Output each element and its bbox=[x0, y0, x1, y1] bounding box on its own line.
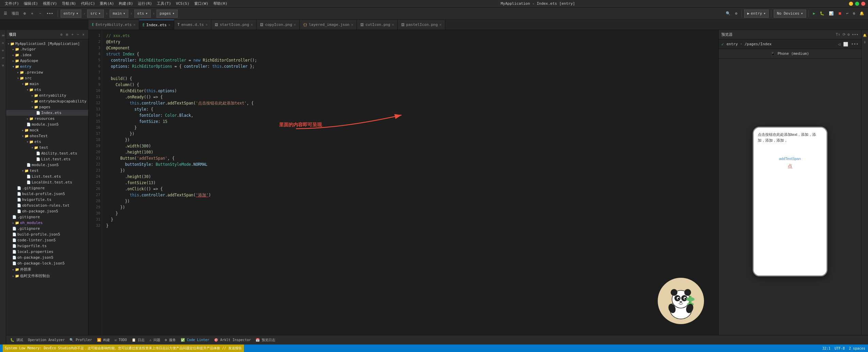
tree-root[interactable]: ▾ 📁 MyApplication3 [MyApplication] bbox=[6, 41, 88, 46]
tab-cuticon[interactable]: 🖼 cutIcon.png × bbox=[357, 20, 398, 30]
tab-copyicon-close[interactable]: × bbox=[294, 23, 296, 27]
tree-module-json2[interactable]: 📄 module.json5 bbox=[6, 162, 88, 168]
menu-vcs[interactable]: VCS(S) bbox=[174, 1, 192, 6]
tree-hvigorfile[interactable]: 📄 hvigorfile.ts bbox=[6, 197, 88, 203]
minimize-button[interactable] bbox=[849, 2, 853, 6]
sidebar-info[interactable]: ℹ bbox=[862, 39, 868, 45]
run-button[interactable]: ▶ bbox=[811, 11, 817, 16]
tree-ohostest[interactable]: ▾ 📁 ohosTest bbox=[6, 133, 88, 139]
preview-nav-back[interactable]: ◁ bbox=[838, 42, 840, 47]
toolbar-more2[interactable]: ⚙ bbox=[851, 11, 857, 16]
code-editor[interactable]: 12345 678910 1112131415 1617181920 21222… bbox=[88, 30, 718, 345]
toolbar-project-btn[interactable]: ☰ bbox=[2, 11, 9, 16]
menu-nav[interactable]: 导航(N) bbox=[60, 0, 78, 7]
main-dropdown[interactable]: main▾ bbox=[110, 10, 128, 18]
tree-root-oh-lock[interactable]: 📄 oh-package-lock.json5 bbox=[6, 260, 88, 266]
tree-local-props[interactable]: 📄 local.properties bbox=[6, 249, 88, 255]
bookmark-1[interactable]: B bbox=[0, 33, 6, 38]
tree-action-minus[interactable]: − bbox=[76, 32, 80, 37]
toolbar-search-icon[interactable]: 🔍 bbox=[724, 11, 732, 16]
menu-help[interactable]: 帮助(H) bbox=[211, 0, 230, 7]
tree-mock[interactable]: ▸ 📁 mock bbox=[6, 127, 88, 133]
tree-ets2[interactable]: ▾ 📁 ets bbox=[6, 139, 88, 145]
preview-btn2[interactable]: ⟳ bbox=[842, 32, 846, 37]
problems-btn[interactable]: ⚠ 问题 bbox=[147, 337, 162, 343]
tree-entry[interactable]: ▾ 📁 entry bbox=[6, 64, 88, 69]
debug-button[interactable]: 🐛 bbox=[818, 11, 826, 16]
entry-run-dropdown[interactable]: ▶entry▾ bbox=[744, 10, 769, 18]
tab-pastelicon[interactable]: 🖼 pastelIcon.png × bbox=[398, 20, 445, 30]
preview-nav-more[interactable]: ••• bbox=[851, 42, 858, 47]
tree-obfuscation[interactable]: 📄 obfuscation-rules.txt bbox=[6, 203, 88, 208]
tree-resources[interactable]: ▸ 📁 resources bbox=[6, 116, 88, 122]
tree-temp-files[interactable]: ▸ 📁 临时文件和控制台 bbox=[6, 273, 88, 279]
tab-starticon-close[interactable]: × bbox=[251, 23, 253, 27]
bookmark-5[interactable]: m bbox=[0, 63, 6, 68]
log-btn[interactable]: 📋 日志 bbox=[130, 337, 147, 343]
tree-root-gitignore[interactable]: 📄 .gitignore bbox=[6, 214, 88, 220]
tab-layered-close[interactable]: × bbox=[351, 23, 353, 27]
menu-tools[interactable]: 工具(T) bbox=[155, 0, 173, 7]
tab-index-close[interactable]: × bbox=[168, 23, 170, 27]
operation-analyzer-btn[interactable]: Operation Analyzer bbox=[26, 337, 67, 342]
menu-run[interactable]: 运行(R) bbox=[136, 0, 154, 7]
preview-btn4[interactable]: ••• bbox=[852, 32, 858, 37]
tree-listtest[interactable]: 📄 List.test.ets bbox=[6, 174, 88, 179]
tree-ability-test[interactable]: 📄 Ability.test.ets bbox=[6, 150, 88, 156]
build-btn[interactable]: 🔼 构建 bbox=[95, 337, 112, 343]
ets-dropdown[interactable]: ets▾ bbox=[134, 10, 151, 18]
tree-index-ets[interactable]: 📄 Index.ets bbox=[6, 110, 88, 116]
tree-root-gitignore2[interactable]: 📄 .gitignore bbox=[6, 226, 88, 231]
debug-tool-btn[interactable]: 🐛 调试 bbox=[8, 337, 25, 343]
bookmark-4[interactable]: k bbox=[0, 55, 6, 61]
tree-test-folder[interactable]: ▾ 📁 test bbox=[6, 145, 88, 150]
tree-appscope[interactable]: ▸ 📁 AppScope bbox=[6, 58, 88, 64]
tree-test[interactable]: ▾ 📁 test bbox=[6, 168, 88, 174]
stop-button[interactable]: ⏹ bbox=[836, 11, 844, 16]
tree-oh-package[interactable]: 📄 oh-package.json5 bbox=[6, 208, 88, 214]
profiler-btn[interactable]: 🔍 Profiler bbox=[67, 337, 94, 342]
bookmark-2[interactable]: o bbox=[0, 40, 6, 46]
menu-file[interactable]: 文件(F) bbox=[3, 0, 21, 7]
tree-oh-modules[interactable]: ▸ 📁 oh_modules bbox=[6, 220, 88, 226]
entry-dropdown[interactable]: entry▾ bbox=[61, 10, 82, 18]
menu-code[interactable]: 代码(C) bbox=[79, 0, 97, 7]
code-content[interactable]: // xxx.ets @Entry @Component struct Inde… bbox=[102, 30, 718, 345]
tree-external-libs[interactable]: ▸ 📁 外部库 bbox=[6, 266, 88, 273]
tree-gitignore[interactable]: 📄 .gitignore bbox=[6, 185, 88, 191]
tab-cuticon-close[interactable]: × bbox=[392, 23, 394, 27]
preview-log-btn[interactable]: 📅 预览日志 bbox=[253, 337, 277, 343]
tree-action-settings[interactable]: ⚙ bbox=[60, 32, 64, 37]
tree-root-oh-pkg[interactable]: 📄 oh-package.json5 bbox=[6, 255, 88, 260]
tree-list-test[interactable]: 📄 List.test.ets bbox=[6, 156, 88, 162]
tree-main[interactable]: ▾ 📁 main bbox=[6, 81, 88, 87]
tree-idea[interactable]: ▸ 📁 .idea bbox=[6, 52, 88, 58]
pages-dropdown[interactable]: pages▾ bbox=[157, 10, 178, 18]
maximize-button[interactable] bbox=[855, 2, 859, 6]
tree-entrybackup[interactable]: ▸ 📁 entrybackupcapability bbox=[6, 98, 88, 104]
toolbar-more1[interactable]: ↩ bbox=[845, 11, 850, 16]
bookmark-3[interactable]: o bbox=[0, 48, 6, 53]
menu-edit[interactable]: 编辑(E) bbox=[22, 0, 40, 7]
preview-btn3[interactable]: ⚙ bbox=[848, 32, 850, 37]
tree-build-profile[interactable]: 📄 build-profile.json5 bbox=[6, 191, 88, 197]
services-btn[interactable]: ⚙ 服务 bbox=[163, 337, 178, 343]
tab-layered[interactable]: {} layered_image.json × bbox=[300, 20, 357, 30]
tree-ets[interactable]: ▾ 📁 ets bbox=[6, 87, 88, 93]
tab-starticon[interactable]: 🖼 startIcon.png × bbox=[211, 20, 257, 30]
menu-refactor[interactable]: 重构(A) bbox=[98, 0, 116, 7]
tree-localunit[interactable]: 📄 LocalUnit.test.ets bbox=[6, 179, 88, 185]
tree-module-json[interactable]: 📄 module.json5 bbox=[6, 122, 88, 127]
menu-window[interactable]: 窗口(W) bbox=[192, 0, 211, 7]
tab-enums-close[interactable]: × bbox=[206, 23, 208, 27]
toolbar-plus-icon[interactable]: ＋ bbox=[29, 10, 36, 17]
tree-hvigor[interactable]: ▸ 📁 .hvigor bbox=[6, 46, 88, 52]
tree-pages[interactable]: ▾ 📁 pages bbox=[6, 104, 88, 110]
tree-action-close[interactable]: × bbox=[81, 32, 85, 37]
tree-root-build[interactable]: 📄 build-profile.json5 bbox=[6, 231, 88, 237]
tab-index[interactable]: E Index.ets × bbox=[139, 20, 174, 30]
sidebar-notifications[interactable]: 🔔 bbox=[862, 33, 868, 38]
no-devices-dropdown[interactable]: No Devices▾ bbox=[774, 10, 806, 18]
toolbar-dots-icon[interactable]: ••• bbox=[45, 11, 55, 16]
tab-pastelicon-close[interactable]: × bbox=[440, 23, 442, 27]
